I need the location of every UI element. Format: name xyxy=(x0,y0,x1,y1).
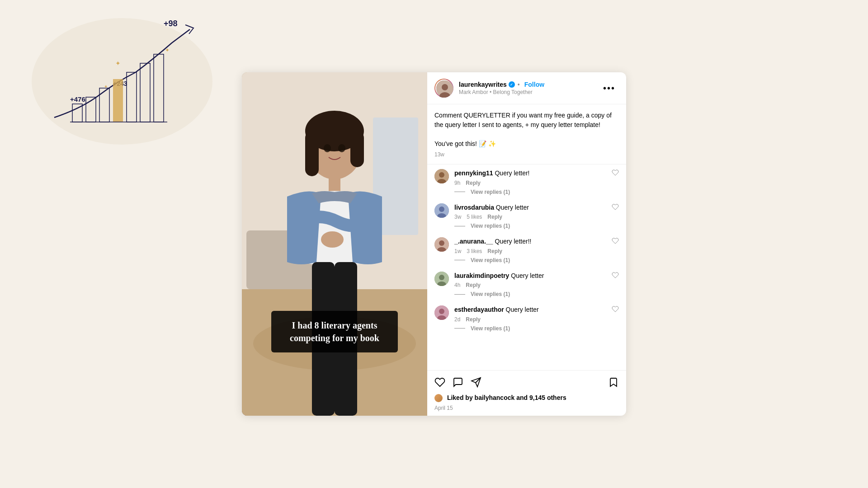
view-replies-button[interactable]: View replies (1) xyxy=(471,223,510,229)
view-replies-button[interactable]: View replies (1) xyxy=(471,257,510,263)
comment-time: 9h xyxy=(454,180,460,186)
svg-rect-7 xyxy=(72,104,82,122)
comment-username[interactable]: pennyking11 xyxy=(454,169,493,177)
post-caption: Comment QUERYLETTER if you want my free … xyxy=(427,104,626,164)
bookmark-button[interactable] xyxy=(608,375,619,389)
svg-point-0 xyxy=(32,18,212,145)
comment-username[interactable]: estherdayauthor xyxy=(454,306,504,313)
background-chart: ✦ ✦ ✦ +98 +476 +243 xyxy=(27,9,217,149)
comment-reply-button[interactable]: Reply xyxy=(466,316,481,323)
caption-age: 13w xyxy=(434,151,619,158)
post-date: April 15 xyxy=(427,405,626,416)
comment-meta: 2d Reply xyxy=(454,316,606,323)
view-replies-row: View replies (1) xyxy=(427,254,626,267)
comment-meta: 9h Reply xyxy=(454,180,606,186)
svg-point-26 xyxy=(338,144,345,152)
comment-username[interactable]: _.anurana.__ xyxy=(454,238,493,245)
verified-badge: ✓ xyxy=(509,81,515,88)
comment-like-button[interactable] xyxy=(612,237,619,246)
svg-point-35 xyxy=(439,172,444,178)
view-replies-row: View replies (1) xyxy=(427,288,626,301)
comment-reply-button[interactable]: Reply xyxy=(466,282,481,288)
follow-button[interactable]: Follow xyxy=(524,81,544,88)
comment-like-button[interactable] xyxy=(612,272,619,280)
svg-rect-8 xyxy=(86,97,96,122)
username-row: laurenkaywrites ✓ • Follow xyxy=(459,81,599,88)
comment-time: 3w xyxy=(454,214,461,220)
likes-row: Liked by bailyhancock and 9,145 others xyxy=(427,394,626,405)
comment-username[interactable]: laurakimdinpoetry xyxy=(454,272,509,279)
svg-text:+243: +243 xyxy=(113,80,127,87)
comment-avatar xyxy=(434,203,449,218)
comment-button[interactable] xyxy=(453,375,467,389)
profile-avatar[interactable] xyxy=(434,79,453,98)
comment-body: estherdayauthor Query letter 2d Reply xyxy=(454,305,606,323)
post-header: laurenkaywrites ✓ • Follow Mark Ambor • … xyxy=(427,72,626,104)
video-caption-overlay: I had 8 literary agents competing for my… xyxy=(271,311,398,352)
svg-rect-12 xyxy=(140,63,150,122)
avatar-image xyxy=(435,80,453,97)
view-replies-row: View replies (1) xyxy=(427,220,626,233)
comment-reply-button[interactable]: Reply xyxy=(466,180,481,186)
view-replies-button[interactable]: View replies (1) xyxy=(471,291,510,297)
svg-rect-9 xyxy=(99,88,109,122)
liked-by-username[interactable]: bailyhancock xyxy=(475,394,515,401)
svg-rect-23 xyxy=(305,131,319,176)
media-background: I had 8 literary agents competing for my… xyxy=(242,72,427,416)
comment-time: 2d xyxy=(454,316,460,323)
comment-body: livrosdarubia Query letter 3w 5 likes Re… xyxy=(454,203,606,221)
svg-point-47 xyxy=(439,309,444,314)
post-card: I had 8 literary agents competing for my… xyxy=(242,72,626,416)
svg-point-44 xyxy=(439,275,444,280)
view-replies-button[interactable]: View replies (1) xyxy=(471,325,510,332)
comment-item: estherdayauthor Query letter 2d Reply xyxy=(427,301,626,323)
comment-body: pennyking11 Query letter! 9h Reply xyxy=(454,169,606,186)
comment-text: laurakimdinpoetry Query letter xyxy=(454,272,544,279)
comment-likes: 3 likes xyxy=(467,248,482,254)
divider-line xyxy=(454,294,465,295)
comment-body: laurakimdinpoetry Query letter 4h Reply xyxy=(454,272,606,289)
svg-rect-11 xyxy=(127,72,137,122)
comment-reply-button[interactable]: Reply xyxy=(487,214,502,220)
likes-text: Liked by bailyhancock and 9,145 others xyxy=(447,394,566,401)
svg-text:✦: ✦ xyxy=(115,60,121,67)
view-replies-button[interactable]: View replies (1) xyxy=(471,189,510,195)
view-replies-row: View replies (1) xyxy=(427,186,626,199)
comments-section: pennyking11 Query letter! 9h Reply View … xyxy=(427,164,626,370)
post-details: laurenkaywrites ✓ • Follow Mark Ambor • … xyxy=(427,72,626,416)
svg-point-38 xyxy=(439,206,444,212)
view-replies-row: View replies (1) xyxy=(427,323,626,335)
comment-like-button[interactable] xyxy=(612,305,619,314)
comment-meta: 1w 3 likes Reply xyxy=(454,248,606,254)
page-wrapper: ✦ ✦ ✦ +98 +476 +243 xyxy=(0,0,868,488)
comment-meta: 4h Reply xyxy=(454,282,606,288)
comment-username[interactable]: livrosdarubia xyxy=(454,204,494,211)
separator: • xyxy=(518,81,520,88)
comment-reply-button[interactable]: Reply xyxy=(487,248,502,254)
comment-item: _.anurana.__ Query letter!! 1w 3 likes R… xyxy=(427,233,626,254)
username-label[interactable]: laurenkaywrites xyxy=(459,81,507,88)
divider-line xyxy=(454,328,465,328)
comment-like-button[interactable] xyxy=(612,169,619,178)
comment-like-button[interactable] xyxy=(612,203,619,212)
share-button[interactable] xyxy=(471,375,485,389)
comment-time: 1w xyxy=(454,248,461,254)
likes-count[interactable]: 9,145 others xyxy=(529,394,566,401)
comment-text: _.anurana.__ Query letter!! xyxy=(454,238,531,245)
comment-time: 4h xyxy=(454,282,460,288)
liked-avatar xyxy=(434,394,443,402)
action-bar xyxy=(427,370,626,394)
comment-likes: 5 likes xyxy=(467,214,482,220)
more-options-button[interactable]: ••• xyxy=(599,81,619,95)
svg-rect-10 xyxy=(113,79,123,122)
comment-item: laurakimdinpoetry Query letter 4h Reply xyxy=(427,267,626,289)
comment-item: livrosdarubia Query letter 3w 5 likes Re… xyxy=(427,199,626,221)
comment-avatar xyxy=(434,272,449,286)
svg-rect-13 xyxy=(154,54,164,122)
like-button[interactable] xyxy=(434,375,449,389)
svg-text:✦: ✦ xyxy=(165,47,170,53)
caption-text: Comment QUERYLETTER if you want my free … xyxy=(434,111,619,149)
comment-avatar xyxy=(434,305,449,320)
divider-line xyxy=(454,226,465,226)
comment-meta: 3w 5 likes Reply xyxy=(454,214,606,220)
